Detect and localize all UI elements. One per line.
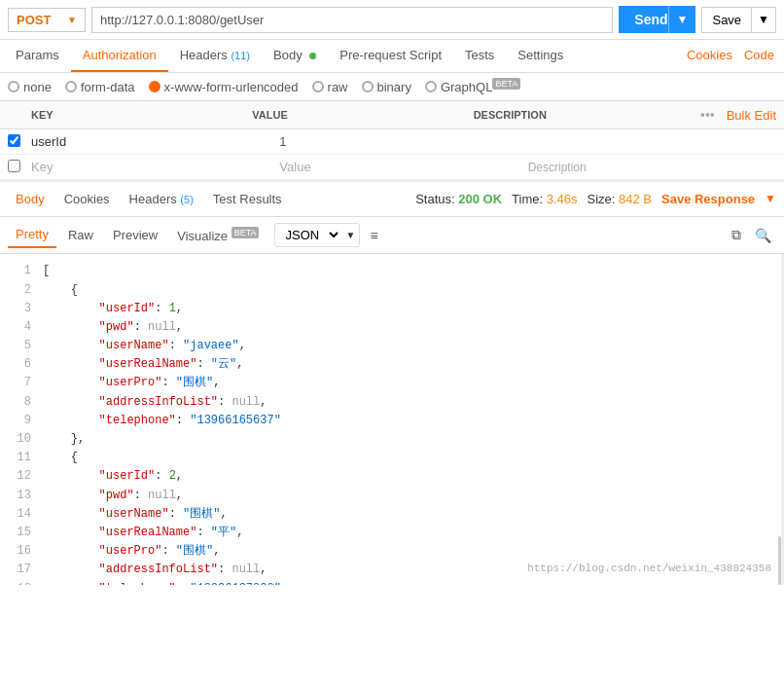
status-value: 200 OK — [458, 192, 502, 206]
row2-checkbox-input[interactable] — [8, 160, 20, 172]
code-line: "pwd": null, — [43, 487, 769, 505]
row2-value[interactable]: Value — [279, 160, 527, 174]
response-bar: Body Cookies Headers (5) Test Results St… — [0, 180, 784, 217]
option-binary-label: binary — [377, 80, 411, 94]
code-line: "userPro": "围棋", — [43, 374, 769, 392]
method-select[interactable]: POST ▼ — [8, 8, 86, 32]
row1-checkbox-input[interactable] — [8, 134, 20, 147]
radio-none — [8, 81, 19, 92]
code-line: { — [43, 281, 769, 300]
status-info: Status: 200 OK Time: 3.46s Size: 842 B S… — [415, 192, 776, 206]
code-line: "userRealName": "云", — [43, 355, 769, 374]
headers-badge: (11) — [231, 50, 250, 61]
tab-prerequest[interactable]: Pre-request Script — [328, 40, 453, 72]
top-bar: POST ▼ Send ▼ Save ▼ — [0, 0, 784, 40]
option-raw[interactable]: raw — [312, 80, 348, 94]
tab-settings[interactable]: Settings — [506, 40, 575, 72]
row2-key[interactable]: Key — [31, 158, 279, 176]
code-line: "userName": "javaee", — [43, 337, 769, 355]
option-binary[interactable]: binary — [362, 80, 411, 94]
code-line: "userId": 1, — [43, 300, 769, 318]
viewer-bar: Pretty Raw Preview Visualize BETA JSON X… — [0, 217, 784, 254]
row1-key[interactable]: userId — [31, 132, 279, 151]
option-raw-label: raw — [328, 80, 348, 94]
url-input[interactable] — [91, 7, 613, 33]
resp-tab-cookies[interactable]: Cookies — [56, 187, 118, 211]
cookies-link[interactable]: Cookies — [681, 40, 738, 72]
resp-tab-headers[interactable]: Headers (5) — [122, 187, 201, 211]
resp-headers-badge: (5) — [180, 194, 193, 205]
save-button-group: Save ▼ — [701, 7, 776, 33]
radio-graphql — [425, 81, 437, 92]
wrap-button[interactable]: ≡ — [364, 225, 383, 246]
save-dropdown-button[interactable]: ▼ — [752, 7, 776, 33]
code-line: "userId": 2, — [43, 467, 769, 486]
more-options-icon[interactable]: ••• — [695, 107, 721, 123]
bulk-edit-button[interactable]: Bulk Edit — [727, 108, 776, 123]
tab-authorization[interactable]: Authorization — [71, 40, 168, 72]
code-line: "addressInfoList": null, — [43, 393, 769, 412]
view-tab-pretty[interactable]: Pretty — [8, 222, 56, 248]
format-dropdown-icon: ▼ — [341, 230, 359, 240]
option-none[interactable]: none — [8, 80, 52, 94]
code-line: }, — [43, 430, 769, 449]
send-button-group: Send ▼ — [619, 6, 695, 33]
tab-body[interactable]: Body — [262, 40, 328, 72]
resp-tab-body[interactable]: Body — [8, 187, 53, 211]
body-options: none form-data x-www-form-urlencoded raw… — [0, 73, 784, 101]
tab-tests[interactable]: Tests — [453, 40, 506, 72]
method-label: POST — [17, 13, 51, 27]
row1-checkbox[interactable] — [8, 134, 31, 150]
method-dropdown-icon[interactable]: ▼ — [67, 15, 77, 25]
tab-headers[interactable]: Headers (11) — [168, 40, 262, 72]
code-link[interactable]: Code — [738, 40, 780, 72]
option-graphql[interactable]: GraphQLBETA — [425, 79, 520, 94]
format-select[interactable]: JSON XML HTML Text — [275, 224, 341, 246]
scrollbar[interactable] — [778, 536, 781, 585]
time-value: 3.46s — [547, 192, 578, 206]
code-view: 123456789101112131415161718192021222324[… — [0, 254, 784, 585]
time-label: Time: 3.46s — [512, 192, 577, 206]
code-line: "userName": "围棋", — [43, 505, 769, 524]
viewer-icons: ⧉ 🔍 — [727, 224, 776, 246]
code-line: { — [43, 449, 769, 467]
save-response-button[interactable]: Save Response — [661, 192, 755, 206]
table-row: userId 1 — [0, 129, 784, 155]
visualize-beta: BETA — [232, 227, 260, 238]
view-tab-preview[interactable]: Preview — [105, 223, 165, 247]
send-button[interactable]: Send — [619, 6, 667, 33]
code-lines: 123456789101112131415161718192021222324[… — [12, 262, 769, 585]
row2-checkbox[interactable] — [8, 160, 31, 175]
search-button[interactable]: 🔍 — [750, 224, 776, 246]
watermark: https://blog.csdn.net/weixin_438824358 — [527, 561, 771, 578]
save-response-dropdown[interactable]: ▼ — [765, 192, 776, 206]
line-numbers: 123456789101112131415161718192021222324 — [12, 262, 43, 585]
header-description: DESCRIPTION — [474, 109, 695, 121]
radio-form-data — [65, 81, 77, 92]
table-row-placeholder: Key Value Description — [0, 155, 784, 180]
header-actions: ••• Bulk Edit — [695, 107, 776, 123]
radio-urlencoded — [149, 81, 160, 92]
option-graphql-label: GraphQLBETA — [441, 79, 520, 94]
code-content: [ { "userId": 1, "pwd": null, "userName"… — [43, 262, 769, 585]
option-form-data-label: form-data — [81, 80, 135, 94]
size-value: 842 B — [619, 192, 652, 206]
row1-value[interactable]: 1 — [279, 134, 527, 149]
option-form-data[interactable]: form-data — [65, 80, 135, 94]
code-line: "pwd": null, — [43, 318, 769, 337]
code-line: "userRealName": "平", — [43, 524, 769, 542]
status-label: Status: 200 OK — [415, 192, 502, 206]
option-urlencoded[interactable]: x-www-form-urlencoded — [149, 80, 299, 94]
save-button[interactable]: Save — [701, 7, 752, 33]
view-tab-visualize[interactable]: Visualize BETA — [169, 223, 267, 248]
send-dropdown-button[interactable]: ▼ — [668, 6, 696, 33]
request-tabs: Params Authorization Headers (11) Body P… — [0, 40, 784, 73]
format-select-wrap: JSON XML HTML Text ▼ — [274, 223, 360, 247]
view-tab-raw[interactable]: Raw — [60, 223, 101, 247]
radio-binary — [362, 81, 374, 92]
row2-desc[interactable]: Description — [528, 161, 776, 174]
tab-params[interactable]: Params — [4, 40, 71, 72]
resp-tab-testresults[interactable]: Test Results — [205, 187, 290, 211]
header-value: VALUE — [252, 109, 473, 121]
copy-button[interactable]: ⧉ — [727, 224, 746, 246]
